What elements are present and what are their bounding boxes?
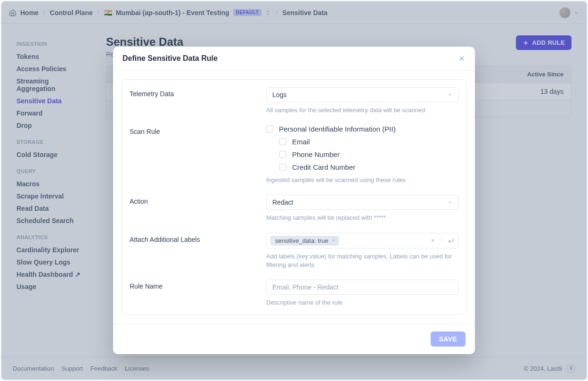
label-attach-labels: Attach Additional Labels bbox=[130, 233, 266, 243]
save-button[interactable]: SAVE bbox=[431, 331, 466, 347]
checkbox-label: Credit Card Number bbox=[292, 163, 355, 171]
telemetry-value: Logs bbox=[272, 91, 286, 99]
checkbox-pii[interactable]: Personal Identifiable Information (PII) bbox=[266, 125, 458, 133]
checkbox-icon bbox=[279, 151, 286, 158]
label-rule-name: Rule Name bbox=[130, 280, 266, 290]
checkbox-icon bbox=[266, 125, 273, 133]
tag-remove-icon[interactable] bbox=[331, 238, 336, 243]
label-tag: sensitive_data: true bbox=[270, 236, 339, 246]
labels-input[interactable]: sensitive_data: true bbox=[266, 233, 458, 248]
action-value: Redact bbox=[272, 199, 293, 206]
label-action: Action bbox=[130, 195, 266, 205]
tag-text: sensitive_data: true bbox=[275, 237, 328, 244]
enter-icon[interactable] bbox=[448, 237, 454, 244]
label-telemetry: Telemetry Data bbox=[130, 87, 266, 98]
checkbox-label: Email bbox=[292, 138, 310, 146]
separator bbox=[441, 237, 442, 244]
close-icon[interactable] bbox=[458, 55, 466, 62]
help-action: Matching samples will be replaced with *… bbox=[266, 214, 458, 222]
define-rule-modal: Define Sensitive Data Rule Telemetry Dat… bbox=[113, 47, 475, 354]
help-scan-rule: Ingested samples will be scanned using t… bbox=[266, 176, 458, 184]
help-rule-name: Descriptive name of the rule bbox=[266, 298, 458, 307]
modal-backdrop[interactable]: Define Sensitive Data Rule Telemetry Dat… bbox=[1, 1, 587, 380]
help-labels: Add labels (key:value) for matching samp… bbox=[266, 252, 458, 269]
caret-down-icon bbox=[448, 92, 452, 97]
checkbox-row[interactable]: Credit Card Number bbox=[279, 163, 458, 171]
telemetry-select[interactable]: Logs bbox=[266, 87, 458, 102]
rule-name-input[interactable] bbox=[266, 280, 458, 295]
checkbox-pii-label: Personal Identifiable Information (PII) bbox=[279, 125, 396, 133]
caret-down-icon bbox=[448, 200, 452, 205]
modal-title: Define Sensitive Data Rule bbox=[122, 54, 218, 63]
help-telemetry: All samples for the selected telemetry d… bbox=[266, 106, 458, 115]
clear-all-icon[interactable] bbox=[430, 238, 436, 243]
checkbox-label: Phone Number bbox=[292, 150, 340, 158]
action-select[interactable]: Redact bbox=[266, 195, 458, 210]
checkbox-row[interactable]: Email bbox=[279, 138, 458, 146]
label-scan-rule: Scan Rule bbox=[130, 125, 266, 135]
checkbox-icon bbox=[279, 138, 286, 145]
checkbox-icon bbox=[279, 164, 286, 171]
checkbox-row[interactable]: Phone Number bbox=[279, 150, 458, 158]
